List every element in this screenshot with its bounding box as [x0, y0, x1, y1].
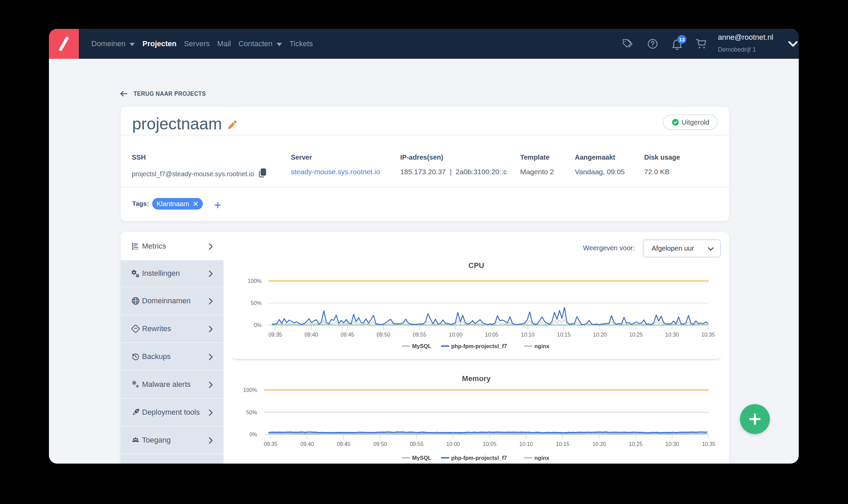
- svg-text:09:50: 09:50: [377, 332, 390, 338]
- svg-text:50%: 50%: [251, 300, 262, 306]
- svg-text:MySQL: MySQL: [412, 455, 431, 461]
- svg-text:10:15: 10:15: [556, 441, 569, 447]
- svg-text:nginx: nginx: [534, 455, 550, 461]
- svg-text:10:35: 10:35: [702, 441, 716, 447]
- svg-text:09:35: 09:35: [264, 441, 278, 447]
- svg-text:php-fpm-projectsl_f7: php-fpm-projectsl_f7: [451, 343, 507, 349]
- svg-text:10:05: 10:05: [485, 332, 498, 338]
- svg-text:10:10: 10:10: [521, 332, 534, 338]
- svg-text:10:00: 10:00: [446, 441, 460, 447]
- svg-text:10:30: 10:30: [666, 441, 679, 447]
- svg-text:09:40: 09:40: [304, 332, 318, 338]
- svg-text:09:55: 09:55: [413, 332, 426, 338]
- svg-text:10:10: 10:10: [519, 441, 533, 447]
- svg-text:0%: 0%: [249, 432, 257, 437]
- svg-text:09:50: 09:50: [373, 441, 387, 447]
- svg-text:nginx: nginx: [534, 343, 550, 349]
- svg-text:10:30: 10:30: [665, 332, 679, 338]
- svg-text:0%: 0%: [254, 322, 262, 328]
- svg-text:10:35: 10:35: [701, 332, 715, 338]
- svg-text:MySQL: MySQL: [412, 343, 431, 349]
- svg-text:Memory: Memory: [462, 374, 491, 383]
- svg-text:100%: 100%: [248, 278, 262, 284]
- svg-text:10:15: 10:15: [557, 332, 571, 338]
- svg-text:10:25: 10:25: [629, 441, 642, 447]
- svg-text:10:20: 10:20: [593, 332, 607, 338]
- svg-text:100%: 100%: [243, 387, 257, 393]
- svg-text:10:00: 10:00: [449, 332, 462, 338]
- svg-text:50%: 50%: [246, 410, 257, 415]
- svg-text:09:55: 09:55: [410, 441, 423, 447]
- svg-text:09:45: 09:45: [340, 332, 354, 338]
- svg-text:09:35: 09:35: [268, 332, 282, 338]
- svg-text:CPU: CPU: [469, 261, 484, 270]
- svg-text:09:45: 09:45: [337, 441, 350, 447]
- svg-text:10:05: 10:05: [483, 441, 496, 447]
- svg-text:09:40: 09:40: [300, 441, 314, 447]
- svg-text:10:25: 10:25: [629, 332, 643, 338]
- svg-text:php-fpm-projectsl_f7: php-fpm-projectsl_f7: [451, 455, 507, 461]
- svg-text:10:20: 10:20: [593, 441, 606, 447]
